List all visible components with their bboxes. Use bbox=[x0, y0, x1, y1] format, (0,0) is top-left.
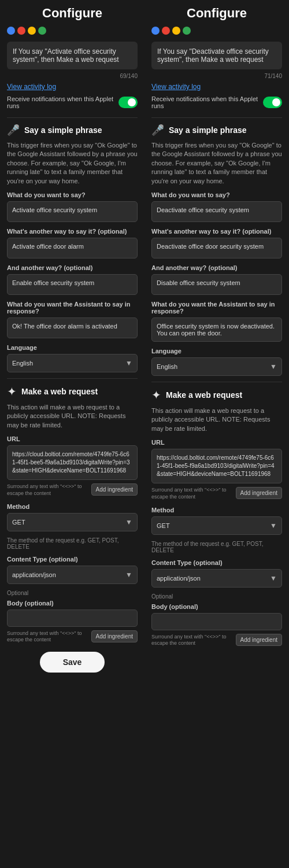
google-logo-activate bbox=[7, 27, 138, 35]
trigger-title-deactivate: Say a simple phrase bbox=[169, 125, 247, 135]
language-select-activate[interactable]: English ▼ bbox=[7, 354, 138, 372]
trigger-header-deactivate: 🎤 Say a simple phrase bbox=[151, 124, 282, 136]
applet-description-deactivate: If You say "Deactivate office security s… bbox=[151, 42, 282, 69]
content-type-label-deactivate: Content Type (optional) bbox=[151, 559, 282, 566]
ingredient-hint-deactivate: Surround any text with "<<>>" to escape … bbox=[151, 487, 234, 500]
dot-green-icon-2 bbox=[183, 27, 191, 35]
and-another-label-activate: And another way? (optional) bbox=[7, 264, 138, 271]
trigger-header-activate: 🎤 Say a simple phrase bbox=[7, 124, 138, 136]
body-label-activate: Body (optional) bbox=[7, 600, 138, 607]
body-label-deactivate: Body (optional) bbox=[151, 603, 282, 610]
column-activate: Configure If You say "Activate office se… bbox=[0, 0, 144, 868]
ingredient-row-activate: Surround any text with "<<>>" to escape … bbox=[7, 483, 138, 497]
url-label-deactivate: URL bbox=[151, 439, 282, 446]
ingredient-row-deactivate: Surround any text with "<<>>" to escape … bbox=[151, 487, 282, 500]
body-add-ingredient-button-deactivate[interactable]: Add ingredient bbox=[236, 634, 283, 646]
notification-label-deactivate: Receive notifications when this Applet r… bbox=[151, 95, 263, 109]
url-input-activate[interactable]: https://cloud.boltiot.com/remote/4749fe7… bbox=[7, 445, 138, 480]
webhook-icon-2: ✦ bbox=[151, 388, 161, 402]
dot-red-icon bbox=[17, 27, 25, 35]
and-another-label-deactivate: And another way? (optional) bbox=[151, 264, 282, 271]
method-hint-deactivate: The method of the request e.g. GET, POST… bbox=[151, 541, 282, 553]
chevron-down-icon-content: ▼ bbox=[125, 571, 132, 579]
body-ingredient-hint-deactivate: Surround any text with "<<>>" to escape … bbox=[151, 634, 234, 647]
chevron-down-icon-content-2: ▼ bbox=[270, 574, 277, 582]
another-way-input-deactivate[interactable]: Deactivate office door security system bbox=[151, 238, 282, 258]
action-description-activate: This action will make a web request to a… bbox=[7, 403, 138, 430]
method-select-activate[interactable]: GET ▼ bbox=[7, 513, 138, 531]
divider-1-deactivate bbox=[151, 117, 282, 118]
char-count-activate: 69/140 bbox=[7, 73, 138, 79]
dot-red-icon-2 bbox=[162, 27, 170, 35]
save-button[interactable]: Save bbox=[40, 652, 105, 673]
dot-blue-icon-2 bbox=[151, 27, 160, 35]
chevron-down-icon-lang-2: ▼ bbox=[270, 363, 277, 371]
body-input-activate[interactable] bbox=[7, 610, 138, 627]
body-add-ingredient-button-activate[interactable]: Add ingredient bbox=[91, 630, 138, 642]
language-label-deactivate: Language bbox=[151, 348, 282, 354]
dot-blue-icon bbox=[7, 27, 15, 35]
trigger-description-activate: This trigger fires when you say "Ok Goog… bbox=[7, 141, 138, 186]
add-ingredient-button-activate[interactable]: Add ingredient bbox=[91, 483, 138, 496]
response-input-deactivate[interactable]: Office security system is now deactivate… bbox=[151, 317, 282, 342]
divider-2-deactivate bbox=[151, 382, 282, 382]
activity-log-link-activate[interactable]: View activity log bbox=[7, 83, 138, 91]
dot-green-icon bbox=[38, 27, 46, 35]
what-say-input-deactivate[interactable]: Deactivate office security system bbox=[151, 201, 282, 222]
chevron-down-icon: ▼ bbox=[125, 359, 132, 367]
chevron-down-icon-method: ▼ bbox=[125, 518, 132, 526]
dot-yellow-icon bbox=[28, 27, 36, 35]
applet-description-activate: If You say "Activate office security sys… bbox=[7, 42, 138, 69]
method-hint-activate: The method of the request e.g. GET, POST… bbox=[7, 537, 138, 550]
what-say-input-activate[interactable]: Activate office security system bbox=[7, 201, 138, 222]
and-another-input-deactivate[interactable]: Disable office security system bbox=[151, 274, 282, 295]
microphone-icon-2: 🎤 bbox=[151, 124, 164, 136]
trigger-description-deactivate: This trigger fires when you say "Ok Goog… bbox=[151, 141, 282, 186]
notification-label-activate: Receive notifications when this Applet r… bbox=[7, 95, 118, 109]
action-header-activate: ✦ Make a web request bbox=[7, 385, 138, 398]
main-layout: Configure If You say "Activate office se… bbox=[0, 0, 289, 868]
url-label-activate: URL bbox=[7, 435, 138, 442]
trigger-title-activate: Say a simple phrase bbox=[24, 125, 102, 135]
divider-1-activate bbox=[7, 117, 138, 118]
what-say-label-activate: What do you want to say? bbox=[7, 191, 138, 198]
action-description-deactivate: This action will make a web request to a… bbox=[151, 407, 282, 433]
notification-toggle-activate[interactable] bbox=[118, 97, 138, 108]
dot-yellow-icon-2 bbox=[172, 27, 180, 35]
language-select-deactivate[interactable]: English ▼ bbox=[151, 357, 282, 376]
body-ingredient-row-deactivate: Surround any text with "<<>>" to escape … bbox=[151, 634, 282, 647]
body-ingredient-hint-activate: Surround any text with "<<>>" to escape … bbox=[7, 630, 89, 644]
column-deactivate: Configure If You say "Deactivate office … bbox=[144, 0, 289, 868]
content-type-optional-activate: Optional bbox=[7, 590, 138, 596]
action-header-deactivate: ✦ Make a web request bbox=[151, 388, 282, 402]
method-label-deactivate: Method bbox=[151, 507, 282, 514]
microphone-icon: 🎤 bbox=[7, 124, 20, 136]
google-logo-deactivate bbox=[151, 27, 282, 35]
ingredient-hint-activate: Surround any text with "<<>>" to escape … bbox=[7, 483, 89, 497]
title-deactivate: Configure bbox=[151, 6, 282, 21]
url-input-deactivate[interactable]: https://cloud.boltiot.com/remote/4749fe7… bbox=[151, 449, 282, 483]
content-type-label-activate: Content Type (optional) bbox=[7, 556, 138, 563]
content-type-select-deactivate[interactable]: application/json ▼ bbox=[151, 569, 282, 588]
method-label-activate: Method bbox=[7, 503, 138, 510]
title-activate: Configure bbox=[7, 6, 138, 21]
add-ingredient-button-deactivate[interactable]: Add ingredient bbox=[236, 487, 283, 499]
content-type-select-activate[interactable]: application/json ▼ bbox=[7, 566, 138, 584]
chevron-down-icon-method-2: ▼ bbox=[270, 522, 277, 530]
another-way-input-activate[interactable]: Activate office door alarm bbox=[7, 238, 138, 258]
and-another-input-activate[interactable]: Enable office security system bbox=[7, 274, 138, 295]
webhook-icon: ✦ bbox=[7, 385, 17, 398]
response-input-activate[interactable]: Ok! The office door alarm is activated bbox=[7, 317, 138, 338]
action-title-activate: Make a web request bbox=[21, 387, 98, 396]
body-input-deactivate[interactable] bbox=[151, 613, 282, 630]
method-select-deactivate[interactable]: GET ▼ bbox=[151, 516, 282, 535]
response-label-deactivate: What do you want the Assistant to say in… bbox=[151, 301, 282, 315]
activity-log-link-deactivate[interactable]: View activity log bbox=[151, 83, 282, 91]
response-label-activate: What do you want the Assistant to say in… bbox=[7, 301, 138, 315]
char-count-deactivate: 71/140 bbox=[151, 73, 282, 79]
language-label-activate: Language bbox=[7, 344, 138, 351]
divider-2-activate bbox=[7, 378, 138, 379]
notification-row-activate: Receive notifications when this Applet r… bbox=[7, 95, 138, 109]
action-title-deactivate: Make a web request bbox=[166, 390, 242, 400]
notification-toggle-deactivate[interactable] bbox=[263, 97, 282, 108]
